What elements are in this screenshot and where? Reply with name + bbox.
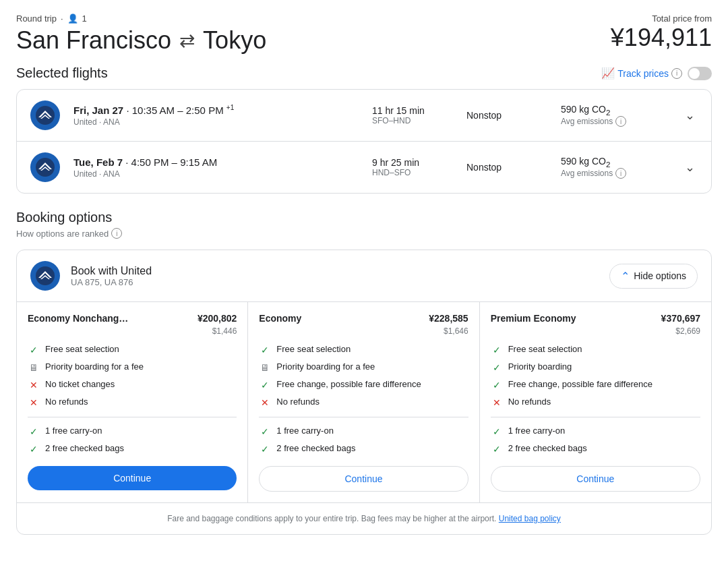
fare-bags: ✓ 1 free carry-on ✓ 2 free checked bags [259,426,468,455]
feature-item: ✓ Free seat selection [28,344,237,356]
track-prices-info-icon[interactable]: i [671,68,682,79]
flight-separator: · [126,105,131,116]
feature-text: Free seat selection [276,344,351,354]
check-icon: ✓ [491,443,503,455]
total-price-value: ¥194,911 [611,24,712,52]
footer-note: Fare and baggage conditions apply to you… [17,502,711,534]
passenger-count: 1 [82,13,87,24]
airline-logo [30,152,60,182]
flight-row: Tue, Feb 7 · 4:50 PM – 9:15 AM United · … [17,142,711,193]
fare-price-yen: ¥228,585 [429,313,468,324]
emissions-value: 590 kg CO2 [561,104,669,117]
destination-city: Tokyo [203,26,266,55]
duration-route: HND–SFO [372,168,453,177]
feature-item: 🖥 Priority boarding for a fee [259,361,468,374]
total-price-label: Total price from [611,13,712,24]
booking-flight-numbers: UA 875, UA 876 [71,277,599,287]
feature-text: Priority boarding for a fee [276,361,375,372]
track-prices-container: 📈 Track prices i [601,67,712,80]
fare-features: ✓ Free seat selection 🖥 Priority boardin… [259,344,468,409]
booking-options-subtitle: How options are ranked i [16,228,712,239]
flight-date: Fri, Jan 27 [73,105,123,116]
selected-flights-container: Fri, Jan 27 · 10:35 AM – 2:50 PM +1 Unit… [16,89,712,194]
fare-column-economy: Economy ¥228,585 $1,646 ✓ Free seat sele… [248,302,479,502]
fare-columns: Economy Nonchang… ¥200,802 $1,446 ✓ Free… [17,301,711,502]
continue-button-economy[interactable]: Continue [259,466,468,492]
feature-text: No refunds [508,397,551,407]
duration-main: 9 hr 25 min [372,157,453,168]
flight-expand-button[interactable]: ⌄ [682,157,698,177]
flight-emissions: 590 kg CO2 Avg emissions i [561,104,669,127]
continue-button-premium-economy[interactable]: Continue [491,466,700,492]
x-icon: ✕ [491,397,503,409]
feature-item: ✓ Free change, possible fare difference [259,379,468,391]
feature-item: ✓ Free seat selection [491,344,700,356]
feature-item: ✓ Free change, possible fare difference [491,379,700,391]
flight-time: Fri, Jan 27 · 10:35 AM – 2:50 PM +1 [73,104,359,116]
emissions-info-icon[interactable]: i [615,116,626,127]
track-prices-chart-icon: 📈 [601,67,615,80]
fare-price-usd: $1,446 [28,326,237,336]
emissions-label: Avg emissions i [561,116,669,127]
feature-item: ✓ Free seat selection [259,344,468,356]
x-icon: ✕ [28,397,40,409]
separator: · [61,13,63,24]
fare-column-premium-economy: Premium Economy ¥370,697 $2,669 ✓ Free s… [480,302,711,502]
selected-flights-header: Selected flights 📈 Track prices i [16,65,712,81]
route-title: San Francisco ⇄ Tokyo [16,26,266,55]
check-icon: ✓ [259,443,271,455]
duration-main: 11 hr 15 min [372,105,453,116]
flight-depart: 4:50 PM – 9:15 AM [131,156,218,168]
fare-column-economy-nonchangeable: Economy Nonchang… ¥200,802 $1,446 ✓ Free… [17,302,248,502]
x-icon: ✕ [28,379,40,391]
flight-info: Tue, Feb 7 · 4:50 PM – 9:15 AM United · … [73,156,359,179]
track-prices-link[interactable]: 📈 Track prices i [601,67,682,80]
fare-price-yen: ¥200,802 [198,313,237,324]
track-prices-toggle[interactable] [688,67,712,80]
origin-city: San Francisco [16,26,171,55]
flight-day-offset: +1 [226,104,234,111]
check-icon: ✓ [259,344,271,356]
feature-item: ✓ 2 free checked bags [259,443,468,455]
flight-duration: 9 hr 25 min HND–SFO [372,157,453,177]
x-icon: ✕ [259,397,271,409]
fare-header: Economy Nonchang… ¥200,802 [28,313,237,324]
feature-item: ✕ No refunds [491,397,700,409]
feature-item: ✓ 1 free carry-on [259,426,468,438]
hide-options-label: Hide options [634,270,686,281]
hide-options-button[interactable]: ⌃ Hide options [609,264,698,289]
check-icon: ✓ [259,426,271,438]
emissions-info-icon[interactable]: i [615,168,626,179]
flight-row: Fri, Jan 27 · 10:35 AM – 2:50 PM +1 Unit… [17,90,711,142]
feature-text: Free seat selection [508,344,582,354]
check-icon: ✓ [28,443,40,455]
emissions-value: 590 kg CO2 [561,156,669,169]
emissions-label: Avg emissions i [561,168,669,179]
fare-price-usd: $1,646 [259,326,468,336]
booking-airline-name: Book with United [71,265,599,277]
continue-button-economy-nonchangeable[interactable]: Continue [28,466,237,490]
booking-options-section: Booking options How options are ranked i [16,210,712,239]
feature-item: ✕ No refunds [259,397,468,409]
flight-airline: United · ANA [73,169,359,179]
selected-flights-title: Selected flights [16,65,108,81]
ranking-info-icon[interactable]: i [111,228,122,239]
bag-policy-link[interactable]: United bag policy [499,514,561,523]
flight-duration: 11 hr 15 min SFO–HND [372,105,453,125]
page-header: Round trip · 👤 1 San Francisco ⇄ Tokyo T… [16,13,712,55]
fare-divider [259,417,468,417]
trip-type-label: Round trip [16,13,57,24]
feature-text: No ticket changes [45,379,115,389]
airline-logo [30,100,60,130]
feature-item: ✕ No ticket changes [28,379,237,391]
fare-header: Economy ¥228,585 [259,313,468,324]
fare-name: Economy [259,313,301,324]
footer-note-text: Fare and baggage conditions apply to you… [167,514,496,523]
header-right: Total price from ¥194,911 [611,13,712,52]
neutral-icon: 🖥 [259,361,271,374]
flight-expand-button[interactable]: ⌄ [682,105,698,125]
fare-features: ✓ Free seat selection 🖥 Priority boardin… [28,344,237,409]
neutral-icon: 🖥 [28,361,40,374]
feature-item: ✓ 1 free carry-on [491,426,700,438]
feature-text: Free seat selection [45,344,119,354]
